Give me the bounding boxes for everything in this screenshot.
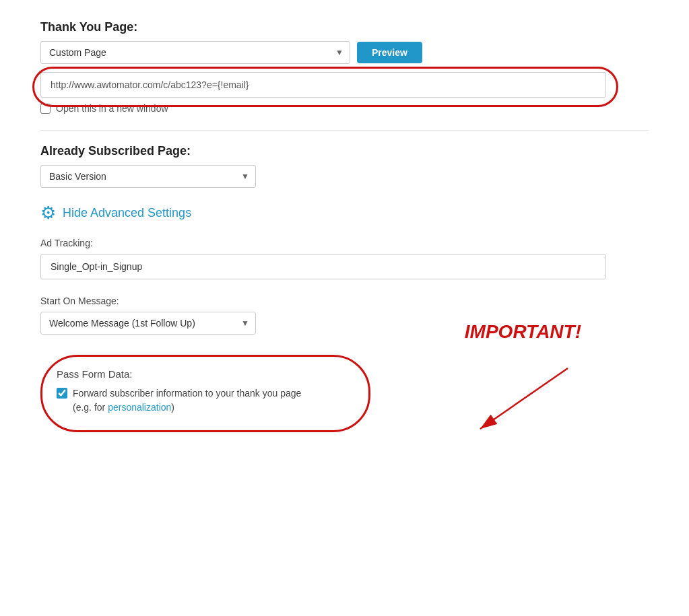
hide-advanced-settings-button[interactable]: ⚙ Hide Advanced Settings <box>40 204 649 221</box>
pass-form-inner: Pass Form Data: Forward subscriber infor… <box>40 355 321 428</box>
pass-form-text: Forward subscriber information to your t… <box>73 386 301 415</box>
url-input-wrapper <box>40 72 649 98</box>
already-subscribed-label: Already Subscribed Page: <box>40 144 649 158</box>
pass-form-label: Pass Form Data: <box>57 368 301 380</box>
arrow-svg <box>460 362 595 448</box>
start-on-message-label: Start On Message: <box>40 296 649 306</box>
important-label: IMPORTANT! <box>465 321 581 343</box>
personalization-link[interactable]: personalization <box>108 402 171 413</box>
start-on-message-select[interactable]: Welcome Message (1st Follow Up) Message … <box>40 312 256 335</box>
important-annotation: IMPORTANT! <box>460 341 595 448</box>
svg-line-1 <box>480 368 568 429</box>
hide-advanced-settings-label: Hide Advanced Settings <box>63 206 191 220</box>
new-window-checkbox[interactable] <box>40 104 51 114</box>
already-subscribed-select[interactable]: Basic Version Custom Page <box>40 165 256 188</box>
new-window-row: Open this in a new window <box>40 103 649 114</box>
thank-you-page-select-wrapper: Custom Page Basic Version Custom URL ▼ <box>40 41 350 64</box>
thank-you-page-label: Thank You Page: <box>40 20 649 34</box>
thank-you-page-select[interactable]: Custom Page Basic Version Custom URL <box>40 41 350 64</box>
already-subscribed-select-wrapper: Basic Version Custom Page ▼ <box>40 165 256 188</box>
gear-icon: ⚙ <box>40 204 56 221</box>
pass-form-container: Pass Form Data: Forward subscriber infor… <box>40 355 649 428</box>
new-window-label: Open this in a new window <box>56 103 168 114</box>
preview-button[interactable]: Preview <box>357 42 422 63</box>
pass-form-checkbox-row: Forward subscriber information to your t… <box>57 386 301 415</box>
pass-form-checkbox[interactable] <box>57 388 67 399</box>
ad-tracking-label: Ad Tracking: <box>40 238 649 248</box>
ad-tracking-input[interactable] <box>40 254 606 279</box>
start-on-message-select-wrapper: Welcome Message (1st Follow Up) Message … <box>40 312 256 335</box>
url-input[interactable] <box>40 72 606 98</box>
